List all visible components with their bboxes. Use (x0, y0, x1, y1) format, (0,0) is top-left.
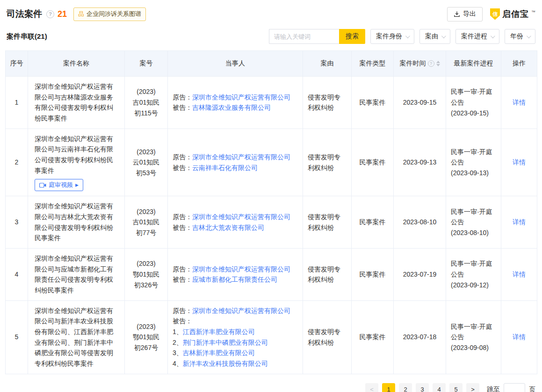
party-line: 4、新洋丰农业科技股份有限公司 (173, 358, 298, 369)
search-group: 搜索 (269, 29, 365, 44)
case-progress: 民事一审·开庭公告 (2023-08-10) (446, 196, 501, 249)
col-header-action: 操作 (501, 51, 537, 77)
action-cell: 详情 (501, 128, 537, 196)
case-seq: 2 (6, 128, 28, 196)
dropdown-year-label: 年份 (510, 32, 523, 41)
brand-shield-icon: 信 (490, 8, 500, 20)
table-row: 4深圳市全维知识产权运营有限公司与应城市新都化工有限责任公司侵害发明专利权纠纷民… (6, 249, 537, 301)
page-button-3[interactable]: 3 (416, 383, 429, 392)
brand-name: 启信宝 (502, 8, 529, 20)
page-button-2[interactable]: 2 (399, 383, 412, 392)
page-button-5[interactable]: 5 (449, 383, 463, 392)
case-time: 2023-07-19 (394, 249, 446, 301)
party-line: 被告：云南祥丰石化有限公司 (173, 163, 298, 173)
action-cell: 详情 (501, 300, 537, 374)
case-type: 民事案件 (352, 249, 394, 301)
parties-cell: 原告：深圳市全维知识产权运营有限公司被告：应城市新都化工有限责任公司 (168, 249, 303, 301)
case-time: 2023-09-15 (394, 77, 446, 129)
party-line: 原告：深圳市全维知识产权运营有限公司 (173, 306, 298, 316)
case-name-cell: 深圳市全维知识产权运营有限公司与新洋丰农业科技股份有限公司、江西新洋丰肥业有限公… (28, 300, 125, 374)
parties-cell: 原告：深圳市全维知识产权运营有限公司被告：吉林隆源农业服务有限公司 (168, 77, 303, 129)
trial-video-button[interactable]: 庭审视频▶ (35, 179, 83, 191)
party-company-link[interactable]: 深圳市全维知识产权运营有限公司 (192, 307, 290, 314)
parties-cell: 原告：深圳市全维知识产权运营有限公司被告：云南祥丰石化有限公司 (168, 128, 303, 196)
case-name-cell: 深圳市全维知识产权运营有限公司与吉林隆源农业服务有限公司侵害发明专利权纠纷民事案… (28, 77, 125, 129)
dropdown-case-progress[interactable]: 案件进程 (455, 29, 499, 44)
case-cause: 侵害发明专利权纠纷 (303, 249, 352, 301)
search-input[interactable] (269, 29, 339, 44)
party-line: 1、江西新洋丰肥业有限公司 (173, 327, 298, 337)
filter-bar: 案件串联(21) 搜索 案件身份 案由 案件进程 年份 (0, 21, 542, 44)
export-label: 导出 (463, 10, 476, 18)
detail-link[interactable]: 详情 (513, 218, 526, 226)
page-button-4[interactable]: 4 (433, 383, 446, 392)
party-company-link[interactable]: 深圳市全维知识产权运营有限公司 (192, 265, 290, 273)
party-role-label: 原告： (173, 153, 192, 161)
col-header-case-no: 案号 (125, 51, 168, 77)
pagination: < 12345 > 跳至 页 (0, 383, 535, 392)
party-company-link[interactable]: 应城市新都化工有限责任公司 (192, 276, 277, 283)
detail-link[interactable]: 详情 (513, 271, 526, 278)
dropdown-case-role[interactable]: 案件身份 (370, 29, 414, 44)
case-progress: 民事一审·开庭公告 (2023-09-15) (446, 77, 501, 129)
party-company-link[interactable]: 云南祥丰石化有限公司 (192, 164, 258, 171)
litigation-graph-button[interactable]: 品 企业间涉诉关系图谱 (73, 7, 146, 21)
party-role-label: 原告： (173, 93, 192, 101)
party-company-link[interactable]: 新洋丰农业科技股份有限公司 (183, 360, 268, 367)
case-type: 民事案件 (352, 77, 394, 129)
export-button[interactable]: 导出 (447, 7, 483, 21)
col-header-seq: 序号 (6, 51, 28, 77)
party-company-link[interactable]: 荆门新洋丰中磷肥业有限公司 (183, 339, 268, 346)
detail-link[interactable]: 详情 (513, 158, 526, 166)
detail-link[interactable]: 详情 (513, 99, 526, 106)
dropdown-cause[interactable]: 案由 (419, 29, 450, 44)
case-cause: 侵害发明专利权纠纷 (303, 77, 352, 129)
video-camera-icon (39, 183, 46, 188)
case-name-cell: 深圳市全维知识产权运营有限公司与应城市新都化工有限责任公司侵害发明专利权纠纷民事… (28, 249, 125, 301)
party-role-label: 2、 (173, 339, 183, 346)
case-time: 2023-08-10 (394, 196, 446, 249)
section-title: 案件串联(21) (7, 32, 47, 41)
party-company-link[interactable]: 深圳市全维知识产权运营有限公司 (192, 213, 290, 221)
trial-video-label: 庭审视频 (49, 181, 73, 189)
case-name-cell: 深圳市全维知识产权运营有限公司与云南祥丰石化有限公司侵害发明专利权纠纷民事案件庭… (28, 128, 125, 196)
col-header-cause: 案由 (303, 51, 352, 77)
party-role-label: 原告： (173, 265, 192, 273)
case-progress: 民事一审·开庭公告 (2023-09-08) (446, 300, 501, 374)
next-page-button[interactable]: > (466, 383, 479, 392)
party-line: 原告：深圳市全维知识产权运营有限公司 (173, 212, 298, 222)
help-icon[interactable]: ? (46, 10, 54, 18)
litigation-graph-label: 企业间涉诉关系图谱 (87, 10, 141, 18)
jump-label: 跳至 (487, 385, 500, 392)
case-seq: 4 (6, 249, 28, 301)
case-name-cell: 深圳市全维知识产权运营有限公司与吉林北大荒农资有限公司侵害发明专利权纠纷民事案件 (28, 196, 125, 249)
col-header-case-name: 案件名称 (28, 51, 125, 77)
party-company-link[interactable]: 江西新洋丰肥业有限公司 (183, 328, 255, 335)
detail-link[interactable]: 详情 (513, 333, 526, 341)
party-company-link[interactable]: 吉林新洋丰肥业有限公司 (183, 349, 255, 356)
party-line: 原告：深圳市全维知识产权运营有限公司 (173, 92, 298, 103)
party-company-link[interactable]: 吉林隆源农业服务有限公司 (192, 104, 271, 111)
top-bar: 司法案件 ? 21 品 企业间涉诉关系图谱 导出 信 启信宝 ™ (0, 0, 542, 21)
col-header-case-time: 案件时间 ? (394, 51, 446, 77)
sort-icon[interactable] (436, 61, 440, 66)
case-seq: 1 (6, 77, 28, 129)
party-company-link[interactable]: 深圳市全维知识产权运营有限公司 (192, 153, 290, 161)
jump-page-input[interactable] (504, 383, 525, 392)
case-seq: 5 (6, 300, 28, 374)
col-header-parties: 当事人 (168, 51, 303, 77)
dropdown-year[interactable]: 年份 (505, 29, 535, 44)
case-time-help-icon[interactable]: ? (428, 60, 434, 67)
case-seq: 3 (6, 196, 28, 249)
case-number: (2023) 吉01知民 初115号 (125, 77, 168, 129)
brand-shield-glyph: 信 (492, 11, 498, 18)
page-title: 司法案件 (7, 8, 42, 20)
chevron-down-icon (441, 34, 446, 38)
search-button[interactable]: 搜索 (339, 29, 365, 44)
prev-page-button[interactable]: < (365, 383, 378, 392)
party-company-link[interactable]: 吉林北大荒农资有限公司 (192, 224, 264, 231)
chevron-down-icon (405, 34, 410, 38)
page-button-1[interactable]: 1 (382, 383, 395, 392)
party-role-label: 被告： (173, 164, 192, 171)
party-company-link[interactable]: 深圳市全维知识产权运营有限公司 (192, 93, 290, 101)
